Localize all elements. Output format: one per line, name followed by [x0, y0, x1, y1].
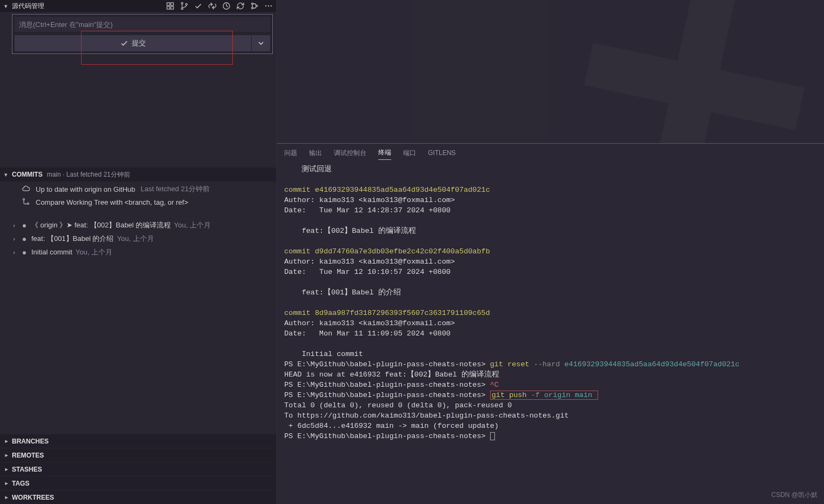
compare-row[interactable]: Compare Working Tree with <branch, tag, …	[0, 196, 276, 209]
terminal-prompt: PS E:\MyGithub\babel-plugin-pass-cheats-…	[284, 360, 490, 368]
scm-header: ▾ 源代码管理	[0, 0, 276, 12]
terminal-cmd: git push	[492, 391, 531, 399]
svg-point-12	[268, 5, 269, 6]
terminal-line: Initial commit	[284, 350, 363, 358]
cloud-icon	[22, 184, 30, 194]
refresh-icon[interactable]	[236, 2, 245, 10]
scm-sidebar: ▾ 源代码管理 提交	[0, 0, 277, 504]
terminal-line: To https://github.com/kaimo313/babel-plu…	[284, 412, 569, 420]
commit-dot-icon: ●	[21, 221, 28, 230]
chevron-right-icon: ▾	[3, 438, 10, 445]
view-tree-icon[interactable]	[166, 2, 175, 10]
commit-message-input[interactable]	[15, 17, 270, 32]
svg-point-8	[252, 3, 253, 5]
more-icon[interactable]	[264, 2, 273, 10]
svg-point-15	[28, 203, 29, 204]
terminal-line: Date: Tue Mar 12 10:10:57 2024 +0800	[284, 268, 451, 276]
terminal-output[interactable]: 测试回退 commit e41693293944835ad5aa64d93d4e…	[277, 162, 824, 504]
tab-debug[interactable]: 调试控制台	[334, 146, 366, 160]
terminal-line: commit e41693293944835ad5aa64d93d4e504f0…	[284, 186, 490, 194]
commit-dropdown-button[interactable]	[252, 35, 270, 51]
chevron-right-icon: ›	[11, 222, 17, 229]
commit-row[interactable]: › ● feat: 【001】Babel 的介绍 You, 上个月	[0, 232, 276, 245]
svg-point-10	[256, 5, 258, 7]
chevron-down-icon: ▾	[2, 171, 10, 178]
terminal-flag: -f	[531, 391, 540, 399]
terminal-line: Author: kaimo313 <kaimo313@foxmail.com>	[284, 319, 455, 327]
terminal-prompt: PS E:\MyGithub\babel-plugin-pass-cheats-…	[284, 432, 490, 440]
commit-button-label: 提交	[132, 38, 146, 48]
tab-problems[interactable]: 问题	[284, 146, 297, 160]
watermark: CSDN @凯小默	[771, 490, 818, 500]
tab-output[interactable]: 输出	[309, 146, 322, 160]
svg-rect-0	[167, 3, 170, 5]
commit-dot-icon: ●	[21, 248, 28, 257]
commit-button[interactable]: 提交	[15, 35, 251, 51]
commit-meta: You, 上个月	[117, 234, 153, 244]
rebase-icon[interactable]	[250, 2, 259, 10]
history-icon[interactable]	[222, 2, 231, 10]
panel-tabs: 问题 输出 调试控制台 终端 端口 GITLENS	[277, 144, 824, 162]
chevron-right-icon: ›	[11, 249, 17, 256]
tab-gitlens[interactable]: GITLENS	[428, 147, 455, 159]
svg-point-13	[271, 5, 272, 6]
section-title: BRANCHES	[12, 438, 49, 445]
commits-section-title: COMMITS	[12, 171, 43, 178]
svg-point-9	[252, 8, 253, 9]
tags-section-header[interactable]: ▾ TAGS	[0, 476, 276, 490]
terminal-cmd: ^C	[490, 381, 499, 389]
sync-status-meta: Last fetched 21分钟前	[140, 184, 210, 194]
scm-commit-box: 提交	[12, 14, 273, 54]
worktrees-section-header[interactable]: ▾ WORKTREES	[0, 490, 276, 504]
svg-point-5	[181, 8, 183, 9]
commit-meta: You, 上个月	[174, 220, 211, 230]
terminal-arg: e41693293944835ad5aa64d93d4e504f07ad021c	[560, 360, 739, 368]
terminal-line: feat:【002】Babel 的编译流程	[284, 227, 416, 235]
terminal-line: + 6dc5d84...e416932 main -> main (forced…	[284, 422, 499, 430]
terminal-line: Date: Tue Mar 12 14:28:37 2024 +0800	[284, 206, 451, 214]
chevron-right-icon: ›	[11, 236, 17, 242]
terminal-line: Total 0 (delta 0), reused 0 (delta 0), p…	[284, 401, 512, 409]
compare-text: Compare Working Tree with <branch, tag, …	[36, 198, 188, 206]
terminal-cmd: git reset	[490, 360, 534, 368]
editor-area	[277, 0, 824, 143]
sync-status-row[interactable]: Up to date with origin on GitHub Last fe…	[0, 183, 276, 196]
section-title: TAGS	[12, 480, 29, 487]
svg-point-6	[185, 3, 187, 5]
commit-row[interactable]: › ● Initial commit You, 上个月	[0, 245, 276, 259]
svg-rect-3	[171, 6, 173, 9]
commits-body: Up to date with origin on GitHub Last fe…	[0, 182, 276, 260]
svg-point-14	[23, 198, 25, 200]
chevron-down-icon[interactable]: ▾	[2, 3, 10, 10]
chevron-right-icon: ▾	[3, 494, 10, 501]
sync-status-text: Up to date with origin on GitHub	[36, 185, 135, 193]
chevron-right-icon: ▾	[3, 466, 10, 473]
branch-icon[interactable]	[180, 2, 189, 10]
svg-rect-1	[171, 3, 173, 5]
section-title: STASHES	[12, 466, 42, 473]
annotation-highlight: git push -f origin main	[490, 391, 598, 400]
commits-section-meta: main · Last fetched 21分钟前	[47, 170, 130, 179]
branches-section-header[interactable]: ▾ BRANCHES	[0, 434, 276, 448]
commit-meta: You, 上个月	[76, 247, 112, 257]
compare-icon	[22, 197, 30, 207]
tab-ports[interactable]: 端口	[403, 146, 416, 160]
terminal-line: commit d9dd74760a7e3db03efbe2c42c02f400a…	[284, 247, 490, 256]
terminal-arg: origin main	[540, 391, 592, 399]
commit-message: Initial commit	[31, 248, 72, 256]
commit-row[interactable]: › ● 《 origin 》➤ feat: 【002】Babel 的编译流程 Y…	[0, 218, 276, 232]
terminal-line: Date: Mon Mar 11 11:09:05 2024 +0800	[284, 330, 451, 338]
sync-arrows-icon[interactable]	[208, 2, 217, 10]
svg-rect-2	[167, 6, 170, 9]
terminal-line: Author: kaimo313 <kaimo313@foxmail.com>	[284, 196, 455, 204]
remotes-section-header[interactable]: ▾ REMOTES	[0, 448, 276, 462]
chevron-right-icon: ▾	[3, 452, 10, 459]
terminal-line: commit 8d9aa987fd3187296393f5607c3631791…	[284, 309, 490, 317]
commit-message: feat: 【001】Babel 的介绍	[31, 234, 113, 244]
scm-title: 源代码管理	[12, 2, 166, 11]
svg-point-11	[265, 5, 266, 6]
stashes-section-header[interactable]: ▾ STASHES	[0, 462, 276, 476]
tab-terminal[interactable]: 终端	[378, 146, 391, 160]
check-icon[interactable]	[194, 2, 203, 10]
commits-section-header[interactable]: ▾ COMMITS main · Last fetched 21分钟前	[0, 167, 276, 182]
